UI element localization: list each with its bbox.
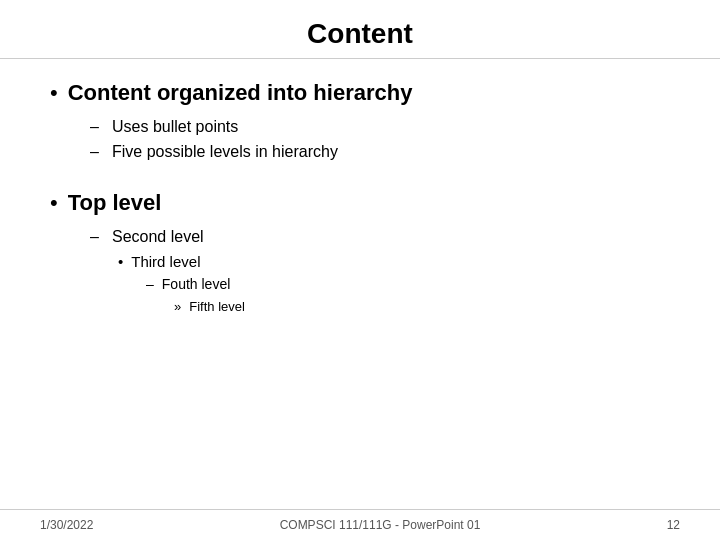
bullet-2-l2-text: Second level — [112, 226, 204, 248]
footer-page: 12 — [667, 518, 680, 532]
bullet-2-l4-marker: – — [146, 275, 154, 295]
bullet-2-l2: – Second level — [90, 226, 670, 248]
bullet-1-marker: • — [50, 79, 58, 108]
bullet-2-marker: • — [50, 189, 58, 218]
bullet-2-text: Top level — [68, 189, 162, 218]
bullet-1-sub-1-text: Uses bullet points — [112, 116, 238, 138]
bullet-2-l3-text: Third level — [131, 251, 200, 272]
bullet-2-l4: – Fouth level — [146, 275, 670, 295]
bullet-2: • Top level — [50, 189, 670, 218]
slide-title: Content — [40, 18, 680, 50]
content-area: • Content organized into hierarchy – Use… — [0, 59, 720, 509]
slide: Content • Content organized into hierarc… — [0, 0, 720, 540]
bullet-1-sublist: – Uses bullet points – Five possible lev… — [90, 116, 670, 164]
bullet-2-l4-text: Fouth level — [162, 275, 230, 295]
bullet-1-sub-2-text: Five possible levels in hierarchy — [112, 141, 338, 163]
section-gap — [50, 173, 670, 189]
bullet-2-sublist: – Second level • Third level – Fouth lev… — [90, 226, 670, 316]
bullet-1-sub-2: – Five possible levels in hierarchy — [90, 141, 670, 163]
bullet-1-text: Content organized into hierarchy — [68, 79, 413, 108]
bullet-1: • Content organized into hierarchy — [50, 79, 670, 108]
bullet-1-sub-1-marker: – — [90, 116, 104, 138]
bullet-2-l5: » Fifth level — [174, 298, 670, 316]
slide-header: Content — [0, 0, 720, 59]
bullet-2-l5-text: Fifth level — [189, 298, 245, 316]
slide-footer: 1/30/2022 COMPSCI 111/111G - PowerPoint … — [0, 509, 720, 540]
bullet-1-sub-2-marker: – — [90, 141, 104, 163]
bullet-2-l3-marker: • — [118, 251, 123, 272]
bullet-1-sub-1: – Uses bullet points — [90, 116, 670, 138]
bullet-2-l2-marker: – — [90, 226, 104, 248]
footer-date: 1/30/2022 — [40, 518, 93, 532]
footer-course: COMPSCI 111/111G - PowerPoint 01 — [93, 518, 666, 532]
bullet-2-l5-marker: » — [174, 298, 181, 316]
bullet-2-l3: • Third level — [118, 251, 670, 272]
